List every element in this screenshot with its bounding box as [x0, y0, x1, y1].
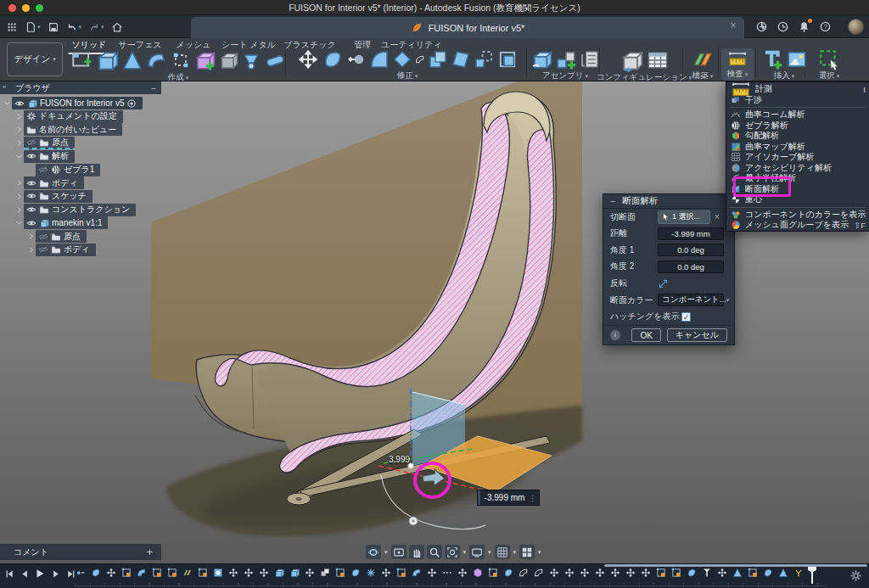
timeline-feature-sketch[interactable]	[166, 566, 177, 579]
measure-icon[interactable]	[727, 48, 748, 69]
primitive-box-icon[interactable]	[95, 48, 119, 72]
combine-icon[interactable]	[428, 49, 448, 70]
timeline-feature-move[interactable]	[716, 566, 727, 579]
timeline-feature-sketch[interactable]	[121, 566, 132, 579]
activate-component-icon[interactable]	[126, 98, 137, 109]
scale-icon[interactable]	[474, 49, 494, 70]
emboss-icon[interactable]	[241, 50, 261, 70]
save-button[interactable]	[45, 20, 62, 35]
timeline-feature-sketch[interactable]	[655, 566, 666, 579]
timeline-feature-form[interactable]	[350, 566, 361, 579]
timeline-feature-move[interactable]	[105, 566, 116, 579]
chevron-right-icon[interactable]	[15, 113, 24, 120]
toolbar-group-label[interactable]: 選択	[819, 70, 839, 82]
dropdown-caret-icon[interactable]: ▾	[513, 549, 517, 556]
menu-item-曲率コーム解析[interactable]: 曲率コーム解析	[726, 109, 869, 120]
timeline-step-back-button[interactable]	[19, 568, 31, 580]
app-grid-button[interactable]	[3, 20, 20, 35]
eye-visible-icon[interactable]	[14, 98, 25, 109]
pan-tool-button[interactable]	[409, 545, 424, 559]
dropdown-caret-icon[interactable]: ▾	[463, 549, 467, 556]
cancel-button[interactable]: キャンセル	[667, 328, 727, 342]
timeline-feature-form[interactable]	[502, 566, 513, 579]
browser-item-chip[interactable]: ボディ	[36, 244, 96, 256]
menu-item-ゼブラ解析[interactable]: ゼブラ解析	[726, 120, 869, 132]
browser-item-名前の付いたビュー[interactable]: 名前の付いたビュー	[15, 123, 122, 136]
project-icon[interactable]	[171, 50, 191, 70]
timeline-playhead-marker[interactable]	[808, 567, 816, 584]
dialog-titlebar[interactable]: − 断面解析	[603, 194, 734, 209]
eye-visible-icon[interactable]	[26, 191, 36, 201]
workspace-selector[interactable]: デザイン	[7, 42, 63, 76]
eye-visible-icon[interactable]	[26, 178, 36, 188]
browser-item-ドキュメントの設定[interactable]: ドキュメントの設定	[15, 110, 123, 123]
toolbar-group-label[interactable]: 挿入	[774, 70, 794, 82]
viewports-tool-button[interactable]	[519, 545, 535, 559]
avatar[interactable]	[848, 19, 864, 35]
distance-value-input[interactable]: -3.999 mm ⋮	[477, 490, 540, 506]
add-comment-icon[interactable]: +	[146, 546, 153, 558]
timeline-feature-cube[interactable]	[289, 566, 300, 579]
bom-icon[interactable]	[580, 49, 600, 70]
ok-button[interactable]: OK	[631, 328, 660, 342]
timeline-play-button[interactable]	[34, 568, 46, 580]
eye-hidden-icon[interactable]	[38, 244, 48, 255]
browser-item-解析[interactable]: 解析	[15, 150, 75, 163]
dropdown-caret-icon[interactable]: ▾	[538, 549, 541, 556]
browser-item-ゼブラ1[interactable]: ゼブラ1	[27, 164, 100, 176]
timeline-feature-dots[interactable]	[441, 566, 452, 579]
browser-item-chip[interactable]: 原点	[36, 230, 87, 243]
timeline-feature-move[interactable]	[457, 566, 468, 579]
browser-item-manekin v1:1[interactable]: manekin v1:1	[15, 216, 108, 229]
distance-field[interactable]: -3.999 mm	[658, 227, 724, 240]
timeline-feature-revolve[interactable]	[411, 566, 422, 579]
eye-hidden-icon[interactable]	[26, 137, 36, 148]
notifications-button[interactable]	[798, 20, 810, 33]
angle1-field[interactable]: 0.0 deg	[658, 244, 724, 256]
chamfer-icon[interactable]	[392, 49, 412, 70]
timeline-feature-sketch[interactable]	[151, 566, 162, 579]
flip-direction-icon[interactable]	[658, 278, 669, 289]
timeline-feature-sketch[interactable]	[747, 566, 758, 579]
new-component-icon[interactable]	[530, 48, 552, 70]
browser-item-原点[interactable]: 原点	[15, 137, 75, 149]
timeline-feature-offset[interactable]	[75, 566, 86, 579]
draft-icon[interactable]	[451, 49, 471, 70]
toolbar-group-label[interactable]: 検査	[727, 69, 748, 81]
browser-item-ボディ[interactable]: ボディ	[15, 176, 84, 189]
home-button[interactable]	[109, 20, 126, 35]
angle2-field[interactable]: 0.0 deg	[658, 260, 724, 273]
timeline-feature-mesh[interactable]	[472, 566, 483, 579]
orbit-tool-button[interactable]	[366, 545, 381, 559]
offset-face-icon[interactable]	[346, 49, 367, 70]
dialog-collapse-icon[interactable]: −	[610, 196, 615, 206]
redo-button[interactable]	[86, 20, 107, 35]
browser-item-chip[interactable]: 原点	[24, 137, 75, 149]
clear-selection-icon[interactable]: ×	[715, 212, 720, 221]
show-hatching-checkbox[interactable]: ✓	[681, 312, 691, 322]
fillet-icon[interactable]	[369, 49, 390, 70]
timeline-feature-sketch[interactable]	[670, 566, 681, 579]
undo-button[interactable]	[64, 20, 85, 35]
eye-hidden-icon[interactable]	[38, 165, 48, 175]
timeline-feature-sketch[interactable]	[197, 566, 208, 579]
joint-icon[interactable]	[555, 48, 577, 70]
timeline-feature-tip[interactable]	[701, 566, 712, 579]
timeline-feature-form[interactable]	[90, 566, 101, 579]
timeline-feature-move[interactable]	[579, 566, 590, 579]
browser-item-スケッチ[interactable]: スケッチ	[15, 190, 93, 203]
timeline-feature-move[interactable]	[243, 566, 254, 579]
chevron-right-icon[interactable]	[27, 232, 36, 240]
eye-hidden-icon[interactable]	[38, 232, 48, 242]
eye-visible-icon[interactable]	[26, 151, 36, 161]
insert-text-icon[interactable]	[761, 48, 783, 70]
section-color-dropdown[interactable]: コンポーネント...	[658, 294, 724, 306]
timeline-feature-cubes[interactable]	[319, 566, 330, 579]
toolbar-group-label[interactable]: 修正	[397, 70, 418, 82]
browser-item-原点[interactable]: 原点	[27, 230, 87, 243]
toolbar-group-label[interactable]: 構築	[692, 70, 713, 82]
timeline-feature-move[interactable]	[380, 566, 391, 579]
chevron-right-icon[interactable]	[15, 179, 24, 187]
viewport[interactable]: 3.999 -3.999 mm ⋮ « ブラウザ − FUISON for In…	[0, 81, 869, 563]
display-settings-tool-button[interactable]	[469, 545, 485, 559]
